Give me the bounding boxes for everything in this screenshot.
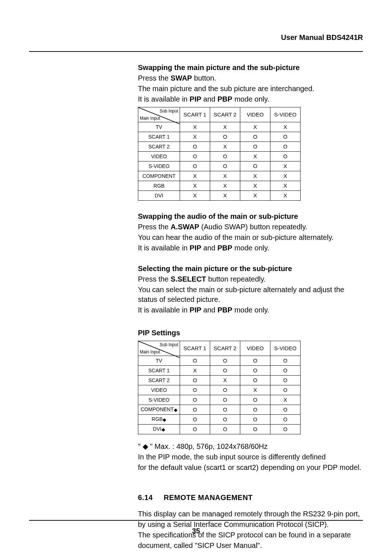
matrix-cell: O	[210, 385, 240, 395]
column-header: SCART 2	[210, 107, 240, 122]
matrix-cell: O	[270, 376, 301, 385]
text: Press the	[138, 223, 171, 231]
section-heading-select-picture: Selecting the main picture or the sub-pi…	[138, 264, 363, 274]
text: Press the	[138, 275, 171, 283]
matrix-cell: X	[240, 122, 270, 132]
row-header: COMPONENT ◆	[138, 405, 180, 415]
body-text: Press the SWAP button.	[138, 73, 363, 83]
column-header: VIDEO	[240, 107, 270, 122]
matrix-cell: O	[270, 152, 301, 161]
row-header: SCART 1	[138, 132, 180, 142]
footnote-line: for the default value (scart1 or scart2)…	[138, 463, 363, 472]
mode-pbp: PBP	[217, 244, 232, 252]
text: It is available in	[138, 306, 189, 314]
matrix-cell: O	[180, 356, 210, 366]
mode-pip: PIP	[189, 95, 201, 103]
matrix-cell: O	[240, 356, 270, 366]
matrix-cell: X	[180, 181, 210, 191]
matrix-cell: X	[240, 152, 270, 161]
column-header: S-VIDEO	[270, 341, 301, 356]
matrix-cell: O	[210, 356, 240, 366]
matrix-cell: X	[180, 366, 210, 376]
table-row: SCART 1XOOO	[138, 366, 301, 376]
chapter-number: 6.14	[138, 493, 153, 503]
matrix-cell: O	[180, 425, 210, 434]
table-row: DVIXXXX	[138, 191, 301, 201]
table-row: VIDEOOOXO	[138, 152, 301, 161]
matrix-cell: X	[210, 171, 240, 181]
row-header: RGB	[138, 181, 180, 191]
diamond-icon: ◆	[162, 426, 165, 433]
button-name-aswap: A.SWAP	[171, 223, 199, 231]
body-text: The main picture and the sub picture are…	[138, 84, 363, 94]
text: Press the	[138, 74, 171, 82]
matrix-cell: X	[270, 122, 301, 132]
matrix-cell: O	[240, 376, 270, 385]
matrix-cell: O	[210, 395, 240, 405]
body-text: Press the S.SELECT button repeatedly.	[138, 274, 363, 284]
text: It is available in	[138, 244, 189, 252]
matrix-cell: O	[270, 385, 301, 395]
matrix-cell: O	[210, 161, 240, 171]
top-rule	[29, 51, 363, 52]
matrix-cell: O	[270, 366, 301, 376]
section-heading-swap-audio: Swapping the audio of the main or sub-pi…	[138, 212, 363, 221]
matrix-cell: O	[270, 132, 301, 142]
matrix-cell: X	[180, 191, 210, 201]
mode-pbp: PBP	[217, 306, 232, 314]
matrix-cell: O	[270, 405, 301, 415]
matrix-cell: O	[180, 415, 210, 425]
table-row: COMPONENTXXXX	[138, 171, 301, 181]
matrix-cell: O	[180, 152, 210, 161]
body-text: document, called "SICP User Manual".	[138, 541, 363, 550]
matrix-cell: O	[240, 425, 270, 434]
bottom-rule	[29, 520, 363, 521]
matrix-cell: X	[210, 142, 240, 152]
matrix-cell: O	[240, 142, 270, 152]
matrix-cell: O	[210, 425, 240, 434]
row-header: COMPONENT	[138, 171, 180, 181]
page: User Manual BDS4241R Swapping the main p…	[0, 0, 392, 557]
table-row: DVI ◆OOOO	[138, 425, 301, 434]
matrix-cell: O	[180, 395, 210, 405]
matrix-cell: X	[270, 395, 301, 405]
column-header: S-VIDEO	[270, 107, 301, 122]
chapter-heading: 6.14 REMOTE MANAGEMENT	[138, 493, 363, 503]
corner-main-label: Main Input	[140, 349, 160, 355]
row-header: S-VIDEO	[138, 395, 180, 405]
table-row: S-VIDEOOOOX	[138, 395, 301, 405]
button-name-sselect: S.SELECT	[171, 275, 206, 283]
matrix-cell: O	[180, 161, 210, 171]
matrix-cell: O	[240, 395, 270, 405]
text: button repeatedly.	[206, 275, 266, 283]
text: It is available in	[138, 95, 189, 103]
column-header: SCART 1	[180, 107, 210, 122]
matrix-cell: O	[210, 152, 240, 161]
matrix-cell: O	[180, 142, 210, 152]
body-text: It is available in PIP and PBP mode only…	[138, 243, 363, 253]
table-row: S-VIDEOOOOX	[138, 161, 301, 171]
text: mode only.	[232, 244, 269, 252]
matrix-cell: X	[240, 171, 270, 181]
footnote-line: " ◆ " Max. : 480p, 576p, 1024x768/60Hz	[138, 442, 363, 451]
mode-pbp: PBP	[217, 95, 232, 103]
matrix-cell: O	[210, 132, 240, 142]
row-header: SCART 1	[138, 366, 180, 376]
matrix-cell: X	[210, 181, 240, 191]
swap-matrix-table: Sub InputMain InputSCART 1SCART 2VIDEOS-…	[138, 107, 301, 201]
section-heading-swap-picture: Swapping the main picture and the sub-pi…	[138, 63, 363, 73]
matrix-cell: O	[240, 366, 270, 376]
text: and	[201, 244, 217, 252]
matrix-cell: O	[270, 356, 301, 366]
mode-pip: PIP	[189, 244, 201, 252]
matrix-cell: O	[180, 376, 210, 385]
table-corner-cell: Sub InputMain Input	[138, 107, 180, 122]
matrix-cell: X	[210, 191, 240, 201]
matrix-cell: X	[210, 376, 240, 385]
row-header: DVI ◆	[138, 425, 180, 434]
table-row: VIDEOOOXO	[138, 385, 301, 395]
row-header: RGB ◆	[138, 415, 180, 425]
table-row: COMPONENT ◆OOOO	[138, 405, 301, 415]
body-text: You can select the main or sub-picture a…	[138, 285, 363, 304]
row-header: VIDEO	[138, 385, 180, 395]
